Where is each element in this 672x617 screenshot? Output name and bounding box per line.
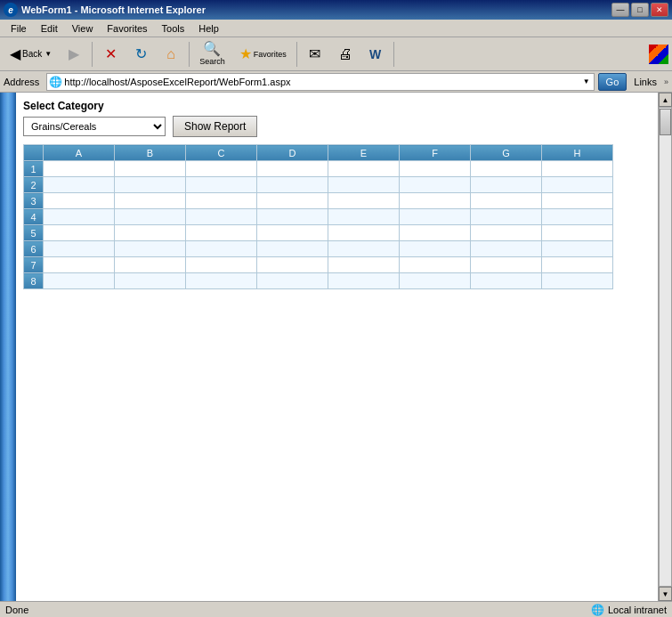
spreadsheet-cell[interactable]	[115, 177, 186, 193]
spreadsheet-cell[interactable]	[115, 241, 186, 257]
table-row: 2	[24, 177, 613, 193]
show-report-button[interactable]: Show Report	[173, 116, 257, 137]
spreadsheet-cell[interactable]	[542, 161, 613, 177]
spreadsheet-cell[interactable]	[44, 161, 115, 177]
address-dropdown-icon[interactable]: ▼	[581, 77, 592, 85]
spreadsheet-cell[interactable]	[471, 241, 542, 257]
spreadsheet-cell[interactable]	[186, 273, 257, 289]
spreadsheet-cell[interactable]	[115, 257, 186, 273]
spreadsheet-cell[interactable]	[471, 193, 542, 209]
spreadsheet-cell[interactable]	[328, 257, 400, 273]
spreadsheet-cell[interactable]	[257, 193, 328, 209]
spreadsheet-cell[interactable]	[44, 209, 115, 225]
spreadsheet-cell[interactable]	[257, 241, 328, 257]
forward-button[interactable]: ▶	[60, 39, 88, 69]
links-button[interactable]: Links	[630, 77, 660, 87]
home-button[interactable]: ⌂	[157, 39, 185, 69]
spreadsheet-cell[interactable]	[328, 209, 400, 225]
favorites-button[interactable]: ★ Favorites	[233, 39, 293, 69]
close-button[interactable]: ✕	[651, 3, 668, 17]
table-row: 8	[24, 273, 613, 289]
spreadsheet-cell[interactable]	[471, 257, 542, 273]
spreadsheet-cell[interactable]	[44, 273, 115, 289]
spreadsheet-cell[interactable]	[44, 193, 115, 209]
spreadsheet-cell[interactable]	[328, 241, 400, 257]
spreadsheet-cell[interactable]	[44, 257, 115, 273]
spreadsheet-cell[interactable]	[186, 193, 257, 209]
spreadsheet-cell[interactable]	[542, 225, 613, 241]
menu-favorites[interactable]: Favorites	[100, 21, 154, 36]
spreadsheet-cell[interactable]	[400, 193, 471, 209]
spreadsheet-cell[interactable]	[542, 209, 613, 225]
toolbar-expand-icon[interactable]: »	[664, 77, 668, 86]
minimize-button[interactable]: —	[611, 3, 629, 17]
spreadsheet-cell[interactable]	[44, 241, 115, 257]
maximize-button[interactable]: □	[631, 3, 649, 17]
spreadsheet-cell[interactable]	[400, 177, 471, 193]
row-number-cell: 8	[24, 273, 44, 289]
scroll-thumb[interactable]	[660, 109, 671, 135]
status-left: Done	[5, 605, 28, 615]
category-select[interactable]: Grains/Cereals Beverages Condiments Conf…	[23, 117, 166, 136]
spreadsheet-cell[interactable]	[542, 273, 613, 289]
menu-edit[interactable]: Edit	[34, 21, 65, 36]
mail-button[interactable]: ✉	[301, 39, 329, 69]
spreadsheet-cell[interactable]	[542, 241, 613, 257]
spreadsheet-cell[interactable]	[400, 257, 471, 273]
spreadsheet-cell[interactable]	[471, 225, 542, 241]
spreadsheet-cell[interactable]	[257, 257, 328, 273]
spreadsheet-cell[interactable]	[44, 225, 115, 241]
spreadsheet-cell[interactable]	[328, 193, 400, 209]
spreadsheet-cell[interactable]	[471, 209, 542, 225]
menu-view[interactable]: View	[65, 21, 101, 36]
spreadsheet-cell[interactable]	[186, 161, 257, 177]
spreadsheet-cell[interactable]	[471, 161, 542, 177]
spreadsheet-cell[interactable]	[400, 241, 471, 257]
spreadsheet-cell[interactable]	[328, 161, 400, 177]
spreadsheet-cell[interactable]	[328, 273, 400, 289]
refresh-button[interactable]: ↻	[126, 39, 155, 69]
menu-file[interactable]: File	[4, 21, 34, 36]
spreadsheet-cell[interactable]	[115, 193, 186, 209]
spreadsheet-cell[interactable]	[115, 209, 186, 225]
spreadsheet-cell[interactable]	[471, 177, 542, 193]
spreadsheet-cell[interactable]	[400, 161, 471, 177]
spreadsheet-cell[interactable]	[186, 257, 257, 273]
spreadsheet-cell[interactable]	[400, 273, 471, 289]
scroll-up-button[interactable]: ▲	[659, 93, 672, 107]
spreadsheet-cell[interactable]	[186, 225, 257, 241]
stop-icon: ✕	[105, 47, 117, 61]
search-button[interactable]: 🔍 Search	[193, 39, 231, 69]
spreadsheet-cell[interactable]	[400, 209, 471, 225]
spreadsheet-cell[interactable]	[115, 161, 186, 177]
address-input[interactable]	[64, 77, 580, 87]
back-button[interactable]: ◀ Back ▼	[4, 39, 58, 69]
menu-tools[interactable]: Tools	[155, 21, 192, 36]
spreadsheet-cell[interactable]	[542, 193, 613, 209]
spreadsheet-cell[interactable]	[186, 177, 257, 193]
right-scrollbar: ▲ ▼	[658, 93, 672, 601]
menu-help[interactable]: Help	[191, 21, 226, 36]
spreadsheet-cell[interactable]	[115, 273, 186, 289]
spreadsheet-cell[interactable]	[542, 177, 613, 193]
spreadsheet-cell[interactable]	[44, 177, 115, 193]
scroll-track	[659, 107, 672, 587]
spreadsheet-cell[interactable]	[471, 273, 542, 289]
spreadsheet-cell[interactable]	[542, 257, 613, 273]
spreadsheet-cell[interactable]	[257, 209, 328, 225]
spreadsheet-cell[interactable]	[115, 225, 186, 241]
stop-button[interactable]: ✕	[96, 39, 125, 69]
spreadsheet-cell[interactable]	[328, 177, 400, 193]
word-button[interactable]: W	[361, 39, 390, 69]
spreadsheet-cell[interactable]	[328, 225, 400, 241]
spreadsheet-cell[interactable]	[186, 209, 257, 225]
spreadsheet-cell[interactable]	[186, 241, 257, 257]
spreadsheet-cell[interactable]	[257, 161, 328, 177]
spreadsheet-cell[interactable]	[257, 225, 328, 241]
print-button[interactable]: 🖨	[331, 39, 360, 69]
spreadsheet-cell[interactable]	[400, 225, 471, 241]
spreadsheet-cell[interactable]	[257, 177, 328, 193]
scroll-down-button[interactable]: ▼	[659, 587, 672, 601]
spreadsheet-cell[interactable]	[257, 273, 328, 289]
go-button[interactable]: Go	[598, 73, 627, 91]
